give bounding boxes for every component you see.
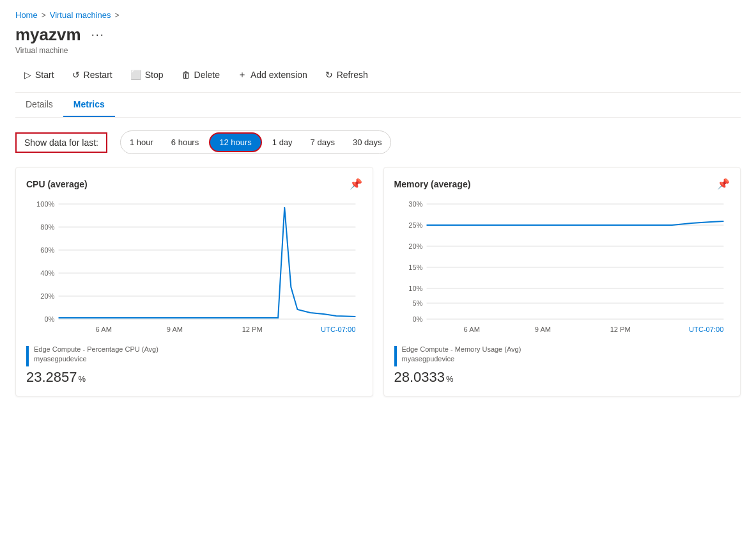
svg-text:80%: 80% [40,223,54,231]
start-button[interactable]: ▷ Start [15,66,63,84]
memory-chart-svg: 30% 25% 20% 15% 10% 5% 0% 6 AM 9 AM 12 P… [394,198,730,338]
vm-header: myazvm ··· [15,25,741,45]
memory-legend-device: myasegpudevice [402,354,521,364]
start-icon: ▷ [24,70,31,80]
breadcrumb-sep1: > [42,11,46,20]
add-extension-button[interactable]: ＋ Add extension [229,65,316,84]
cpu-chart-title: CPU (average) [26,179,88,189]
restart-icon: ↺ [72,70,80,80]
cpu-chart-card: CPU (average) 📌 100% 80% 60% 40% [15,167,373,397]
svg-text:6 AM: 6 AM [463,326,479,333]
memory-legend-bar [394,346,397,366]
stop-icon: ⬜ [130,70,141,80]
svg-text:40%: 40% [40,269,54,277]
svg-text:UTC-07:00: UTC-07:00 [321,326,355,333]
breadcrumb: Home > Virtual machines > [15,10,741,20]
svg-text:5%: 5% [412,299,422,307]
cpu-legend: Edge Compute - Percentage CPU (Avg) myas… [26,345,362,366]
delete-icon: 🗑 [181,70,190,80]
delete-button[interactable]: 🗑 Delete [173,66,229,84]
cpu-legend-device: myasegpudevice [34,354,158,364]
svg-text:0%: 0% [412,315,422,323]
memory-chart-footer: Edge Compute - Memory Usage (Avg) myaseg… [394,345,730,386]
charts-row: CPU (average) 📌 100% 80% 60% 40% [15,167,741,397]
svg-text:0%: 0% [44,315,54,323]
memory-chart-title: Memory (average) [394,179,471,189]
add-icon: ＋ [238,69,247,81]
cpu-chart-area: 100% 80% 60% 40% 20% 0% 6 AM 9 AM 12 PM … [26,198,362,338]
svg-text:UTC-07:00: UTC-07:00 [689,326,723,333]
vm-subtitle: Virtual machine [15,46,741,55]
memory-pin-icon[interactable]: 📌 [717,178,730,190]
tab-metrics[interactable]: Metrics [63,93,115,117]
svg-text:25%: 25% [408,221,422,229]
svg-text:12 PM: 12 PM [610,326,630,333]
breadcrumb-sep2: > [115,11,120,20]
refresh-button[interactable]: ↻ Refresh [316,66,377,84]
svg-text:100%: 100% [36,200,55,208]
memory-chart-header: Memory (average) 📌 [394,178,730,190]
cpu-legend-name: Edge Compute - Percentage CPU (Avg) [34,345,158,354]
memory-legend-name: Edge Compute - Memory Usage (Avg) [402,345,521,354]
time-btn-1hour[interactable]: 1 hour [121,134,162,151]
cpu-legend-value: 23.2857 % [26,369,362,386]
svg-text:12 PM: 12 PM [242,326,263,333]
cpu-chart-svg: 100% 80% 60% 40% 20% 0% 6 AM 9 AM 12 PM … [26,198,362,338]
svg-text:60%: 60% [40,246,54,254]
time-btn-1day[interactable]: 1 day [263,134,302,151]
restart-button[interactable]: ↺ Restart [63,66,121,84]
svg-text:20%: 20% [408,242,422,250]
svg-text:9 AM: 9 AM [534,326,550,333]
cpu-chart-footer: Edge Compute - Percentage CPU (Avg) myas… [26,345,362,386]
svg-text:6 AM: 6 AM [96,326,112,333]
memory-legend-value: 28.0333 % [394,369,730,386]
tab-details[interactable]: Details [15,93,63,117]
memory-legend: Edge Compute - Memory Usage (Avg) myaseg… [394,345,730,366]
svg-text:20%: 20% [40,292,54,300]
show-data-label: Show data for last: [15,132,107,153]
memory-chart-area: 30% 25% 20% 15% 10% 5% 0% 6 AM 9 AM 12 P… [394,198,730,338]
cpu-chart-header: CPU (average) 📌 [26,178,362,190]
time-filter: 1 hour 6 hours 12 hours 1 day 7 days 30 … [120,130,392,154]
cpu-legend-bar [26,346,29,366]
svg-text:15%: 15% [408,263,422,271]
filter-row: Show data for last: 1 hour 6 hours 12 ho… [15,130,741,154]
time-btn-12hours[interactable]: 12 hours [209,132,262,152]
more-options-button[interactable]: ··· [88,27,109,43]
memory-chart-card: Memory (average) 📌 30% 25% 20% [383,167,741,397]
time-btn-30days[interactable]: 30 days [344,134,391,151]
breadcrumb-vms[interactable]: Virtual machines [50,10,111,20]
svg-text:9 AM: 9 AM [167,326,183,333]
toolbar: ▷ Start ↺ Restart ⬜ Stop 🗑 Delete ＋ Add … [15,65,741,93]
time-btn-6hours[interactable]: 6 hours [162,134,208,151]
breadcrumb-home[interactable]: Home [15,10,38,20]
svg-text:30%: 30% [408,200,422,208]
cpu-pin-icon[interactable]: 📌 [350,178,362,190]
time-btn-7days[interactable]: 7 days [302,134,344,151]
vm-title: myazvm [15,25,81,45]
refresh-icon: ↻ [325,70,333,80]
stop-button[interactable]: ⬜ Stop [121,66,173,84]
svg-text:10%: 10% [408,285,422,292]
tabs: Details Metrics [15,93,741,118]
